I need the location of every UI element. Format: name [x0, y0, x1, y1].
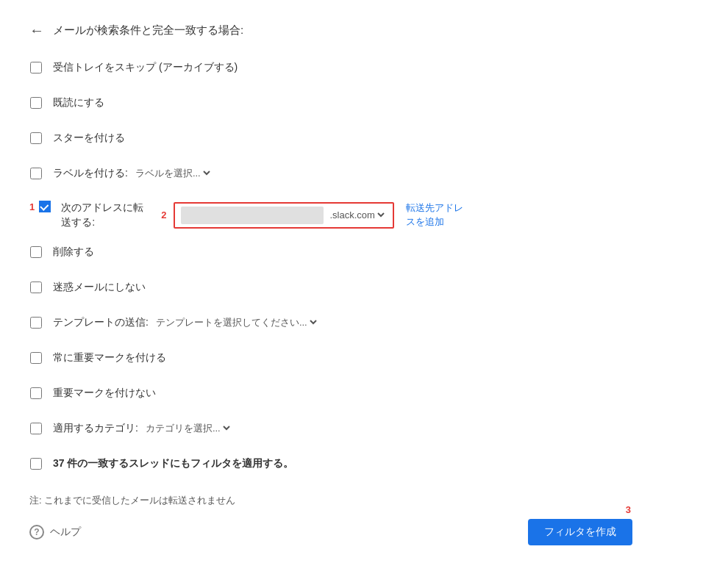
label-category-text: 適用するカテゴリ: — [53, 420, 138, 436]
option-never-important: 重要マークを付けない — [29, 385, 632, 406]
annotation-2: 2 — [161, 209, 166, 220]
add-address-link[interactable]: 転送先アドレスを追加 — [406, 201, 472, 228]
forward-email-input-wrap: .slack.com — [174, 202, 394, 229]
option-delete: 削除する — [29, 244, 632, 265]
help-row: ? ヘルプ — [29, 525, 81, 539]
checkbox-never-important-input[interactable] — [30, 387, 42, 399]
label-select-dropdown[interactable]: ラベルを選択... — [132, 167, 213, 179]
option-template: テンプレートの送信: テンプレートを選択してください... — [29, 315, 632, 335]
option-star: スターを付ける — [29, 130, 632, 151]
checkbox-not-spam[interactable] — [29, 281, 43, 294]
option-apply-threads: 37 件の一致するスレッドにもフィルタを適用する。 — [29, 456, 632, 476]
option-category: 適用するカテゴリ: カテゴリを選択... — [29, 420, 632, 441]
checkbox-label[interactable] — [29, 167, 43, 180]
checkbox-delete[interactable] — [29, 245, 43, 259]
annotation-3: 3 — [626, 504, 631, 515]
back-button[interactable]: ← — [29, 22, 44, 39]
checkbox-star-input[interactable] — [30, 132, 42, 144]
bottom-row: ? ヘルプ 3 フィルタを作成 — [29, 519, 632, 545]
label-forward: 次のアドレスに転送する: — [61, 201, 149, 229]
checkbox-mark-read[interactable] — [29, 96, 43, 110]
label-always-important: 常に重要マークを付ける — [53, 350, 166, 365]
label-mark-read: 既読にする — [53, 95, 104, 110]
header-row: ← メールが検索条件と完全一致する場合: — [29, 22, 632, 39]
annotation-1: 1 — [29, 201, 35, 212]
checkbox-delete-input[interactable] — [30, 246, 42, 258]
checkbox-apply-threads-input[interactable] — [30, 458, 42, 470]
checkbox-category-input[interactable] — [30, 423, 42, 434]
label-template-text: テンプレートの送信: — [53, 315, 149, 330]
checkbox-template-input[interactable] — [30, 317, 42, 329]
checkbox-mark-read-input[interactable] — [30, 97, 42, 109]
create-filter-button[interactable]: フィルタを作成 — [528, 519, 632, 545]
help-icon[interactable]: ? — [29, 525, 44, 539]
checkbox-not-spam-input[interactable] — [30, 282, 42, 293]
checkbox-skip-inbox[interactable] — [29, 61, 43, 74]
label-never-important: 重要マークを付けない — [53, 385, 156, 401]
option-not-spam: 迷惑メールにしない — [29, 279, 632, 300]
option-forward: 1 次のアドレスに転送する: 2 .slack.com 転送先アドレスを追加 — [29, 201, 632, 229]
checkbox-always-important[interactable] — [29, 351, 43, 365]
forward-email-blurred — [181, 207, 324, 224]
template-select-dropdown[interactable]: テンプレートを選択してください... — [153, 316, 319, 329]
label-apply-threads: 37 件の一致するスレッドにもフィルタを適用する。 — [53, 456, 293, 471]
forward-domain-select[interactable]: .slack.com — [326, 209, 387, 221]
label-label-text: ラベルを付ける: — [53, 165, 128, 181]
option-skip-inbox: 受信トレイをスキップ (アーカイブする) — [29, 60, 632, 80]
option-mark-read: 既読にする — [29, 95, 632, 115]
category-select-dropdown[interactable]: カテゴリを選択... — [143, 422, 232, 434]
help-label: ヘルプ — [50, 526, 81, 539]
forward-section: 次のアドレスに転送する: 2 .slack.com 転送先アドレスを追加 — [61, 201, 472, 229]
label-star: スターを付ける — [53, 130, 125, 146]
checkbox-template[interactable] — [29, 316, 43, 329]
checkbox-label-input[interactable] — [30, 168, 42, 179]
category-select-wrapper: 適用するカテゴリ: カテゴリを選択... — [53, 420, 232, 436]
checkbox-forward[interactable] — [39, 201, 51, 212]
checkbox-skip-inbox-input[interactable] — [30, 62, 42, 74]
label-skip-inbox: 受信トレイをスキップ (アーカイブする) — [53, 60, 238, 75]
checkbox-never-important[interactable] — [29, 387, 43, 400]
checkbox-always-important-input[interactable] — [30, 352, 42, 364]
note-text: 注: これまでに受信したメールは転送されません — [29, 494, 632, 507]
template-select-wrapper: テンプレートの送信: テンプレートを選択してください... — [53, 315, 319, 330]
label-delete: 削除する — [53, 244, 94, 259]
page-title: メールが検索条件と完全一致する場合: — [53, 24, 243, 37]
option-label: ラベルを付ける: ラベルを選択... — [29, 165, 632, 186]
checkbox-apply-threads[interactable] — [29, 457, 43, 470]
label-not-spam: 迷惑メールにしない — [53, 279, 146, 295]
label-select-wrapper: ラベルを付ける: ラベルを選択... — [53, 165, 213, 181]
option-always-important: 常に重要マークを付ける — [29, 350, 632, 370]
checkbox-star[interactable] — [29, 132, 43, 145]
checkbox-category[interactable] — [29, 422, 43, 435]
